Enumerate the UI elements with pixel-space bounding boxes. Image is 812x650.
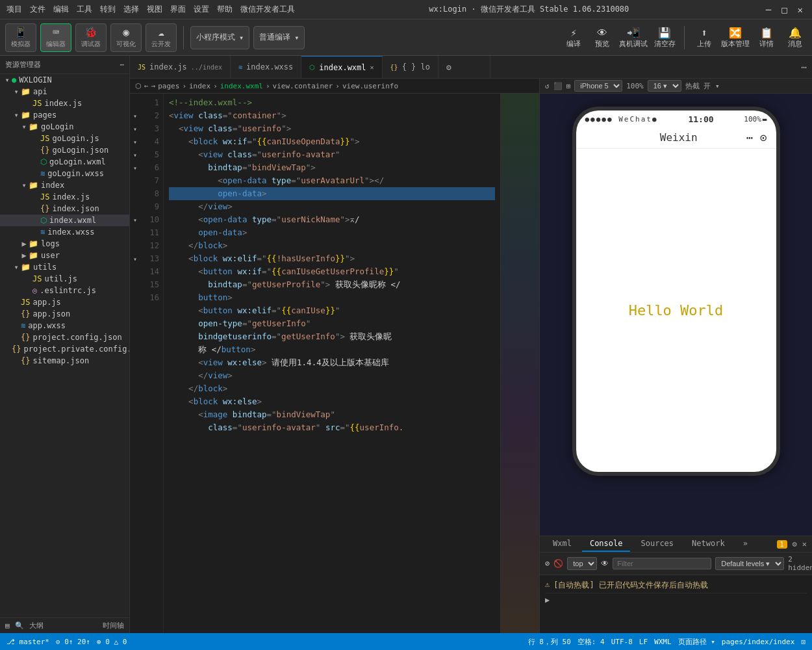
git-branch[interactable]: ⎇ master*: [6, 638, 49, 646]
sidebar-search-icon[interactable]: 🔍: [15, 621, 24, 630]
sidebar-item-appjs[interactable]: JS app.js: [0, 296, 129, 308]
code-line-12[interactable]: </block>: [169, 239, 495, 252]
code-line-8[interactable]: open-data>: [169, 187, 495, 200]
tab-indexwxss[interactable]: ≋ index.wxss: [231, 56, 301, 79]
code-line-13[interactable]: <block wx:elif="{{!hasUserInfo}}">: [169, 252, 495, 265]
clear-storage-button[interactable]: 💾 清空存: [653, 27, 676, 49]
code-line-25[interactable]: <image bindtap="bindViewTap": [169, 408, 495, 421]
sidebar-item-goLogin-js[interactable]: JS goLogin.js: [0, 133, 129, 144]
page-path-icon[interactable]: ⊡: [801, 638, 806, 646]
sidebar-section-time[interactable]: 时间轴: [103, 621, 124, 630]
nav-forward[interactable]: →: [151, 82, 156, 90]
block-icon[interactable]: ⊘: [545, 559, 550, 568]
sidebar-item-eslintrc[interactable]: ◎ .eslintrc.js: [0, 285, 129, 296]
window-controls[interactable]: ─ □ ✕: [763, 5, 806, 15]
version-button[interactable]: 🔀 版本管理: [721, 27, 750, 49]
breadcrumb-index[interactable]: index: [189, 82, 210, 90]
menu-bar[interactable]: 项目 文件 编辑 工具 转到 选择 视图 界面 设置 帮助 微信开发者工具: [6, 4, 295, 15]
code-line-22[interactable]: </view>: [169, 369, 495, 382]
tab-indexjs[interactable]: JS index.js ../index: [130, 56, 231, 79]
screen-icon[interactable]: ⊞: [566, 82, 571, 90]
code-line-1[interactable]: <!--index.wxml-->: [169, 96, 495, 109]
tab-wxml-panel[interactable]: Wxml: [545, 536, 579, 552]
upload-button[interactable]: ⬆ 上传: [692, 27, 716, 49]
code-line-24[interactable]: <block wx:else>: [169, 395, 495, 408]
code-line-16[interactable]: button>: [169, 291, 495, 304]
menu-settings[interactable]: 设置: [194, 4, 209, 15]
code-line-20[interactable]: 称 </button>: [169, 343, 495, 356]
simulator-button[interactable]: 📱 模拟器: [5, 23, 36, 52]
sidebar-item-projectprivate[interactable]: {} project.private.config.js...: [0, 343, 129, 355]
breadcrumb-viewuserinfo[interactable]: view.userinfo: [342, 82, 398, 90]
menu-wechat-devtools[interactable]: 微信开发者工具: [240, 4, 295, 15]
detail-button[interactable]: 📋 详情: [755, 27, 778, 49]
hotreload-label[interactable]: 热截 开 ▾: [685, 81, 720, 91]
sidebar-more-icon[interactable]: ⋯: [120, 60, 124, 69]
minimize-button[interactable]: ─: [763, 5, 774, 15]
sidebar-item-api-indexjs[interactable]: JS index.js: [0, 98, 129, 109]
message-button[interactable]: 🔔 消息: [783, 27, 807, 49]
code-line-15[interactable]: bindtap="getUserProfile"> 获取头像昵称 </: [169, 278, 495, 291]
sidebar-item-project-root[interactable]: ▾ ● WXLOGIN: [0, 74, 129, 86]
nav-back[interactable]: ←: [144, 82, 149, 90]
editor-button[interactable]: ⌨ 编辑器: [40, 23, 71, 52]
mode-dropdown[interactable]: 小程序模式 ▾: [190, 26, 249, 49]
menu-edit[interactable]: 编辑: [53, 4, 69, 15]
settings-icon[interactable]: ⚙: [793, 540, 797, 549]
sidebar-item-projectconfig[interactable]: {} project.config.json: [0, 332, 129, 343]
device-select[interactable]: iPhone 5: [574, 80, 622, 92]
sidebar-item-appjson[interactable]: {} app.json: [0, 308, 129, 320]
menu-file[interactable]: 文件: [30, 4, 45, 15]
visual-button[interactable]: ◉ 可视化: [110, 23, 142, 52]
code-line-11[interactable]: open-data>: [169, 226, 495, 239]
code-line-7[interactable]: <open-data type="userAvatarUrl"></: [169, 174, 495, 187]
tab-close-icon[interactable]: ✕: [370, 64, 374, 71]
tab-console[interactable]: Console: [582, 536, 631, 552]
close-panel-icon[interactable]: ✕: [802, 540, 807, 549]
sidebar-item-sitemap[interactable]: {} sitemap.json: [0, 355, 129, 367]
compile-button[interactable]: ⚡ 编译: [562, 27, 585, 49]
nav-icon[interactable]: ⬡: [135, 82, 142, 90]
code-content[interactable]: <!--index.wxml--> <view class="container…: [164, 94, 500, 633]
breadcrumb-pages[interactable]: pages: [158, 82, 179, 90]
code-line-3[interactable]: <view class="userinfo">: [169, 122, 495, 135]
menu-interface[interactable]: 界面: [170, 4, 186, 15]
sidebar-item-index-wxml[interactable]: ⬡ index.wxml: [0, 214, 129, 226]
code-line-26[interactable]: class="userinfo-avatar" src="{{userInfo.: [169, 421, 495, 434]
code-line-17[interactable]: <button wx:elif="{{canIUse}}": [169, 304, 495, 317]
page-path-dropdown[interactable]: 页面路径 ▾: [678, 637, 715, 647]
code-line-19[interactable]: bindgetuserinfo="getUserInfo"> 获取头像昵: [169, 330, 495, 343]
code-line-6[interactable]: bindtap="bindViewTap">: [169, 161, 495, 174]
phone-menu-icon[interactable]: ⋯: [746, 131, 754, 144]
code-line-4[interactable]: <block wx:if="{{canIUseOpenData}}">: [169, 135, 495, 148]
eye-icon[interactable]: 👁: [601, 559, 609, 568]
tab-more[interactable]: »: [735, 536, 755, 552]
code-line-5[interactable]: <view class="userinfo-avatar": [169, 148, 495, 161]
stop-icon[interactable]: ⬛: [553, 82, 563, 90]
tab-network[interactable]: Network: [684, 536, 733, 552]
sidebar-item-user[interactable]: ▶ 📁 user: [0, 250, 129, 261]
code-line-18[interactable]: open-type="getUserInfo": [169, 317, 495, 330]
menu-project[interactable]: 项目: [6, 4, 22, 15]
sidebar-item-goLogin[interactable]: ▾ 📁 goLogin: [0, 121, 129, 133]
code-line-23[interactable]: </block>: [169, 382, 495, 395]
tabs-more-button[interactable]: ⋯: [796, 62, 812, 72]
git-sync[interactable]: ⊙ 0↑ 20↑: [56, 638, 90, 646]
context-select[interactable]: top: [567, 557, 597, 570]
tab-log[interactable]: {} { } lo: [383, 56, 438, 79]
phone-camera-icon[interactable]: ⊙: [760, 131, 767, 144]
tab-sources[interactable]: Sources: [633, 536, 681, 552]
code-line-2[interactable]: <view class="container">: [169, 109, 495, 122]
sidebar-item-index-json[interactable]: {} index.json: [0, 203, 129, 214]
preview-button[interactable]: 👁 预览: [590, 27, 614, 49]
sidebar-item-goLogin-wxss[interactable]: ≋ goLogin.wxss: [0, 168, 129, 179]
real-debug-button[interactable]: 📲 真机调试: [619, 27, 648, 49]
filter-input[interactable]: [613, 558, 711, 569]
maximize-button[interactable]: □: [779, 5, 789, 15]
network-select[interactable]: 16 ▾: [648, 80, 681, 92]
language-mode[interactable]: WXML: [654, 638, 672, 646]
breadcrumb-indexwxml[interactable]: index.wxml: [220, 82, 263, 90]
menu-tools[interactable]: 工具: [77, 4, 92, 15]
sidebar-item-appwxss[interactable]: ≋ app.wxss: [0, 320, 129, 332]
compile-dropdown[interactable]: 普通编译 ▾: [253, 26, 305, 49]
